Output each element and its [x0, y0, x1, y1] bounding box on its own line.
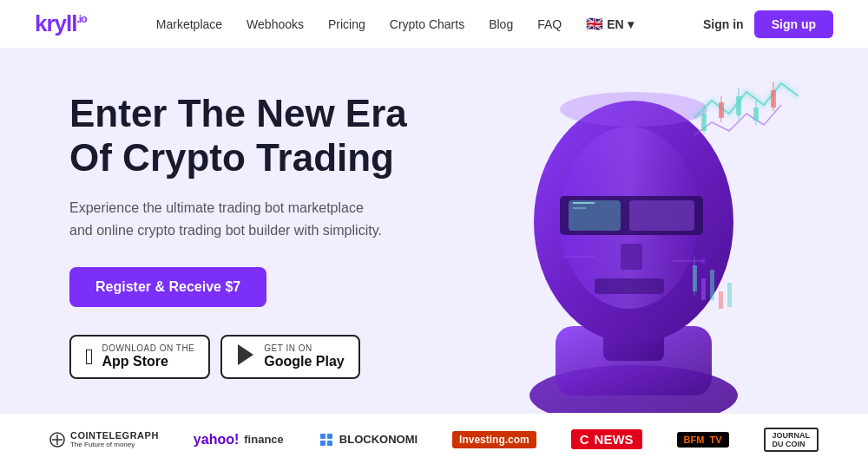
signin-button[interactable]: Sign in — [703, 17, 744, 31]
svg-point-17 — [560, 92, 707, 127]
hero-subtitle: Experience the ultimate trading bot mark… — [69, 197, 382, 241]
main-nav: Marketplace Webhooks Pricing Crypto Char… — [156, 17, 634, 31]
svg-rect-7 — [569, 200, 621, 231]
app-store-label-small: Download on the — [102, 343, 195, 353]
logo-suffix: .io — [77, 13, 87, 25]
hero-illustration — [469, 66, 799, 404]
nav-blog[interactable]: Blog — [489, 17, 513, 31]
svg-marker-0 — [238, 344, 253, 365]
svg-point-16 — [700, 258, 706, 264]
register-button[interactable]: Register & Receive $7 — [69, 267, 266, 307]
google-play-button[interactable]: GET IN ON Google Play — [220, 335, 359, 378]
nav-faq[interactable]: FAQ — [537, 17, 562, 31]
header: kryll.io Marketplace Webhooks Pricing Cr… — [0, 0, 868, 49]
svg-rect-35 — [320, 434, 326, 439]
svg-rect-36 — [327, 434, 332, 439]
media-investing: Investing.com — [452, 431, 536, 448]
svg-rect-32 — [719, 291, 723, 309]
hero-title: Enter The New Era Of Crypto Trading — [69, 92, 451, 180]
media-blockonomi: BLOCKONOMI — [319, 432, 418, 448]
svg-rect-33 — [727, 283, 732, 307]
google-play-label-large: Google Play — [264, 353, 344, 369]
media-cointelegraph: COINTELEGRAPH The Future of money — [49, 430, 159, 448]
lang-selector[interactable]: 🇬🇧 EN ▾ — [586, 17, 633, 31]
svg-rect-8 — [629, 200, 694, 231]
svg-rect-38 — [327, 441, 332, 446]
hero-content: Enter The New Era Of Crypto Trading Expe… — [0, 49, 486, 413]
app-store-text: Download on the App Store — [102, 343, 195, 369]
app-buttons:  Download on the App Store GET IN ON Go… — [69, 335, 451, 378]
flag-icon: 🇬🇧 — [586, 18, 603, 30]
header-actions: Sign in Sign up — [703, 10, 833, 38]
nav-crypto-charts[interactable]: Crypto Charts — [390, 17, 464, 31]
svg-rect-31 — [710, 270, 714, 300]
google-play-label-small: GET IN ON — [264, 343, 344, 353]
media-journal: JOURNALDU COIN — [764, 428, 819, 452]
nav-webhooks[interactable]: Webhooks — [247, 17, 304, 31]
chevron-down-icon: ▾ — [628, 17, 634, 31]
svg-point-15 — [562, 254, 567, 259]
media-yahoo: yahoo! finance — [194, 432, 284, 448]
google-play-text: GET IN ON Google Play — [264, 343, 344, 369]
hero-section: Enter The New Era Of Crypto Trading Expe… — [0, 49, 868, 413]
logo-text: kryll — [35, 10, 77, 36]
nav-marketplace[interactable]: Marketplace — [156, 17, 222, 31]
svg-rect-37 — [320, 441, 326, 446]
app-store-button[interactable]:  Download on the App Store — [69, 335, 210, 378]
svg-rect-11 — [621, 244, 642, 270]
media-bar: COINTELEGRAPH The Future of money yahoo!… — [0, 413, 868, 464]
signup-button[interactable]: Sign up — [754, 10, 833, 38]
logo[interactable]: kryll.io — [35, 10, 87, 37]
svg-rect-30 — [701, 278, 706, 300]
play-icon — [236, 343, 255, 369]
lang-label: EN — [607, 17, 623, 31]
app-store-label-large: App Store — [102, 353, 195, 369]
apple-icon:  — [85, 345, 94, 368]
media-bfmtv: BFMTV — [677, 432, 729, 448]
svg-rect-12 — [595, 278, 664, 294]
media-cnews: C NEWS — [571, 429, 642, 449]
nav-pricing[interactable]: Pricing — [328, 17, 365, 31]
